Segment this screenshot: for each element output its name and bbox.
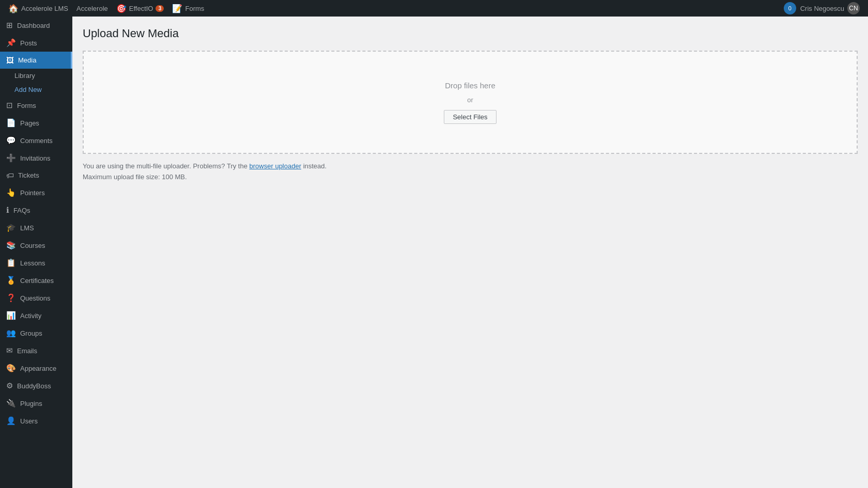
certificates-icon: 🏅 [6, 276, 16, 285]
sidebar-label-buddyboss: BuddyBoss [17, 382, 51, 390]
sidebar-label-tickets: Tickets [18, 171, 39, 179]
sidebar-item-lessons[interactable]: 📋 Lessons [0, 254, 72, 272]
admin-bar-right: 0 Cris Negoescu CN [784, 0, 864, 17]
sidebar-label-forms: Forms [17, 102, 36, 109]
sidebar-label-users: Users [20, 417, 38, 425]
dashboard-icon: ⊞ [6, 21, 13, 30]
sidebar-label-appearance: Appearance [20, 365, 56, 372]
sidebar-item-users[interactable]: 👤 Users [0, 412, 72, 430]
max-upload-text: Maximum upload file size: 100 MB. [83, 173, 858, 181]
appearance-icon: 🎨 [6, 364, 16, 373]
sidebar-label-pointers: Pointers [20, 189, 45, 197]
main-content: Upload New Media Drop files here or Sele… [72, 17, 868, 488]
sidebar-label-posts: Posts [20, 39, 37, 47]
home-icon: 🏠 [8, 4, 19, 13]
sidebar-item-posts[interactable]: 📌 Posts [0, 34, 72, 52]
drop-text: Drop files here [445, 81, 495, 90]
info-text-after: instead. [303, 162, 327, 170]
sidebar-item-media[interactable]: 🖼 Media [0, 52, 72, 69]
notification-badge[interactable]: 0 [784, 2, 796, 14]
sidebar-item-questions[interactable]: ❓ Questions [0, 289, 72, 307]
sidebar-item-pointers[interactable]: 👆 Pointers [0, 184, 72, 201]
buddyboss-icon: ⚙ [6, 381, 13, 390]
page-title: Upload New Media [83, 27, 858, 40]
activity-icon: 📊 [6, 311, 16, 320]
sidebar-label-activity: Activity [20, 312, 41, 320]
select-files-button[interactable]: Select Files [444, 110, 496, 124]
user-avatar: CN [847, 2, 860, 14]
sidebar-label-emails: Emails [17, 347, 37, 355]
sidebar-label-media: Media [18, 56, 36, 64]
courses-icon: 📚 [6, 241, 16, 250]
sidebar-item-emails[interactable]: ✉ Emails [0, 342, 72, 359]
sidebar-item-lms[interactable]: 🎓 LMS [0, 219, 72, 237]
emails-icon: ✉ [6, 346, 13, 355]
sidebar-label-certificates: Certificates [20, 277, 54, 285]
faqs-icon: ℹ [6, 206, 9, 215]
sidebar-item-comments[interactable]: 💬 Comments [0, 132, 72, 149]
sidebar-item-buddyboss[interactable]: ⚙ BuddyBoss [0, 377, 72, 395]
sidebar-label-library: Library [14, 72, 35, 80]
sidebar-item-dashboard[interactable]: ⊞ Dashboard [0, 17, 72, 34]
site-name: Accelerole LMS [21, 5, 68, 12]
accelerole-label: Accelerole [76, 5, 108, 12]
sidebar-item-certificates[interactable]: 🏅 Certificates [0, 272, 72, 289]
posts-icon: 📌 [6, 38, 16, 48]
browser-uploader-link[interactable]: browser uploader [250, 162, 301, 170]
invitations-icon: ➕ [6, 153, 16, 163]
sidebar-item-pages[interactable]: 📄 Pages [0, 114, 72, 132]
sidebar-label-add-new: Add New [14, 86, 42, 93]
sidebar-item-tickets[interactable]: 🏷 Tickets [0, 167, 72, 184]
sidebar-item-courses[interactable]: 📚 Courses [0, 237, 72, 254]
upload-info-text: You are using the multi-file uploader. P… [83, 162, 858, 170]
pages-icon: 📄 [6, 118, 16, 128]
sidebar-label-courses: Courses [20, 242, 45, 249]
sidebar-item-faqs[interactable]: ℹ FAQs [0, 201, 72, 219]
plugins-icon: 🔌 [6, 399, 16, 408]
sidebar-label-faqs: FAQs [13, 207, 30, 214]
sidebar-label-questions: Questions [20, 294, 51, 302]
sidebar-label-plugins: Plugins [20, 400, 42, 407]
sidebar-label-groups: Groups [20, 329, 42, 337]
sidebar: ⊞ Dashboard 📌 Posts 🖼 Media Library Add … [0, 17, 72, 488]
sidebar-label-pages: Pages [20, 119, 39, 127]
effectio-icon: 🎯 [116, 4, 127, 13]
sidebar-subitem-add-new[interactable]: Add New [0, 83, 72, 97]
admin-bar-forms[interactable]: 📝 Forms [168, 0, 208, 17]
forms-label: Forms [185, 5, 204, 12]
sidebar-subitem-library[interactable]: Library [0, 69, 72, 83]
questions-icon: ❓ [6, 293, 16, 303]
sidebar-item-appearance[interactable]: 🎨 Appearance [0, 359, 72, 377]
comments-icon: 💬 [6, 136, 16, 145]
admin-bar: 🏠 Accelerole LMS Accelerole 🎯 EffectIO 3… [0, 0, 868, 17]
forms-sidebar-icon: ⊡ [6, 101, 13, 110]
admin-bar-accelerole[interactable]: Accelerole [72, 0, 112, 17]
users-icon: 👤 [6, 416, 16, 426]
or-text: or [467, 96, 473, 104]
lessons-icon: 📋 [6, 258, 16, 267]
upload-drop-area[interactable]: Drop files here or Select Files [83, 51, 858, 154]
admin-bar-user[interactable]: Cris Negoescu CN [796, 0, 864, 17]
layout: ⊞ Dashboard 📌 Posts 🖼 Media Library Add … [0, 17, 868, 488]
sidebar-item-groups[interactable]: 👥 Groups [0, 324, 72, 342]
info-text-before: You are using the multi-file uploader. P… [83, 162, 247, 170]
pointers-icon: 👆 [6, 188, 16, 197]
user-name: Cris Negoescu [800, 5, 844, 12]
forms-icon: 📝 [172, 4, 182, 13]
admin-bar-effectio[interactable]: 🎯 EffectIO 3 [112, 0, 168, 17]
lms-icon: 🎓 [6, 223, 16, 232]
groups-icon: 👥 [6, 328, 16, 338]
sidebar-label-invitations: Invitations [20, 154, 51, 162]
sidebar-label-dashboard: Dashboard [17, 22, 50, 29]
sidebar-label-comments: Comments [20, 137, 53, 145]
sidebar-item-invitations[interactable]: ➕ Invitations [0, 149, 72, 167]
effectio-badge: 3 [156, 5, 164, 12]
admin-bar-home[interactable]: 🏠 Accelerole LMS [4, 0, 72, 17]
sidebar-label-lessons: Lessons [20, 259, 45, 267]
sidebar-item-activity[interactable]: 📊 Activity [0, 307, 72, 324]
sidebar-item-forms[interactable]: ⊡ Forms [0, 97, 72, 114]
sidebar-item-plugins[interactable]: 🔌 Plugins [0, 395, 72, 412]
effectio-label: EffectIO [129, 5, 153, 12]
sidebar-label-lms: LMS [20, 224, 34, 232]
tickets-icon: 🏷 [6, 171, 14, 180]
